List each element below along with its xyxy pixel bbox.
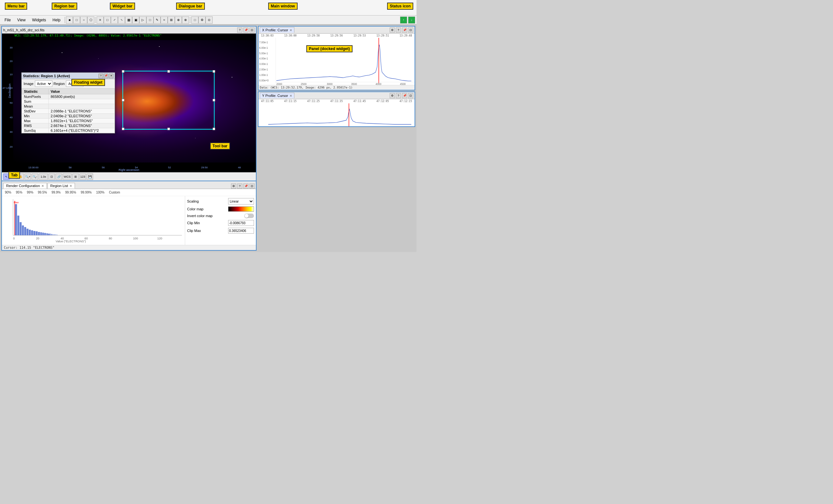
pct-custom[interactable]: Custom (108, 190, 121, 194)
widget-cursor2[interactable]: ⤡ (118, 17, 125, 24)
handle-ml[interactable] (122, 99, 124, 101)
image-pin-btn[interactable]: 📌 (243, 27, 248, 33)
tool-grid[interactable]: ⊞ (72, 173, 79, 180)
pct-99[interactable]: 99% (26, 190, 34, 194)
x-profile-gear[interactable]: ⚙ (390, 27, 395, 33)
menu-help[interactable]: Help (49, 17, 64, 23)
tabs-list: Render Configuration ✕ Region List ✕ (3, 183, 76, 189)
colormap-row: Color map (187, 207, 254, 212)
x-profile-close[interactable]: ✕ (289, 28, 292, 32)
tool-wcs[interactable]: WCS (63, 173, 72, 180)
y-profile-pin[interactable]: 📌 (402, 93, 407, 98)
svg-rect-34 (259, 38, 414, 85)
dlg-btn1[interactable]: □ (191, 17, 198, 24)
handle-mr[interactable] (213, 99, 215, 101)
handle-br[interactable] (213, 128, 215, 130)
pct-90[interactable]: 90% (4, 190, 12, 194)
y-profile-tab[interactable]: Y Profile: Cursor ✕ (260, 93, 294, 98)
widget-table[interactable]: ▦ (125, 17, 132, 24)
status-icon-down[interactable]: ↓ (408, 17, 415, 24)
y-profile-titlebar: Y Profile: Cursor ✕ ⚙ ? 📌 ⊡ (259, 92, 414, 99)
tool-save[interactable]: 💾 (87, 173, 93, 180)
invert-label: Invert color map (187, 214, 213, 218)
yt-4: 47:11:45 (354, 100, 366, 103)
bottom-pop[interactable]: ⊡ (249, 184, 255, 189)
x-profile-tab[interactable]: X Profile: Cursor ✕ (260, 27, 294, 33)
widget-cross[interactable]: ⊗ (182, 17, 189, 24)
tool-zoom-1x[interactable]: 1.0x (39, 173, 48, 180)
y-profile-help[interactable]: ? (396, 93, 401, 98)
stats-pin[interactable]: 📌 (104, 74, 108, 78)
tab-region-close[interactable]: ✕ (69, 184, 72, 188)
widget-cog[interactable]: ⊕ (175, 17, 182, 24)
menu-widgets[interactable]: Widgets (29, 17, 49, 23)
tool-zoom-in[interactable]: 🔍+ (25, 173, 31, 180)
widget-play[interactable]: ▷ (139, 17, 146, 24)
main-content: Menu bar Region bar Widget bar Dialogue … (0, 0, 416, 252)
handle-tr[interactable] (213, 70, 215, 73)
stats-close[interactable]: ✕ (109, 74, 113, 78)
y-profile-gear[interactable]: ⚙ (390, 93, 395, 98)
pct-100[interactable]: 100% (95, 190, 106, 194)
bottom-pin[interactable]: 📌 (243, 184, 248, 189)
x-profile-tab-label: X Profile: Cursor (262, 28, 288, 32)
widget-cursor[interactable]: ⤢ (111, 17, 118, 24)
svg-text:4500: 4500 (400, 82, 406, 85)
image-pop-btn[interactable]: ⊡ (249, 27, 255, 33)
region-rect[interactable]: □ (73, 17, 80, 24)
y-axis-label: Declination (8, 83, 11, 98)
scaling-select[interactable]: Linear (228, 198, 254, 205)
x-profile-help[interactable]: ? (396, 27, 401, 33)
pct-9995[interactable]: 99.95% (64, 190, 77, 194)
x-profile-pop[interactable]: ⊡ (408, 27, 413, 33)
pct-995[interactable]: 99.5% (37, 190, 48, 194)
stats-image-select[interactable]: Active (35, 80, 52, 87)
widget-list[interactable]: ≡ (97, 17, 104, 24)
clip-max-input[interactable] (228, 228, 254, 234)
dlg-btn2[interactable]: ⚙ (198, 17, 206, 24)
region-polygon[interactable]: ⬠ (87, 17, 94, 24)
region-filled-rect[interactable]: ■ (66, 17, 73, 24)
stats-cell-name: Min (22, 114, 49, 119)
tool-zoom-fit[interactable]: ⊡ (48, 173, 55, 180)
x-profile-pin[interactable]: 📌 (402, 27, 407, 33)
handle-bl[interactable] (122, 128, 124, 130)
status-icon-up[interactable]: ↑ (400, 17, 407, 24)
selection-region[interactable] (122, 71, 215, 129)
tab-render-close[interactable]: ✕ (41, 184, 44, 188)
x-profile-chart-area: 7.00e-1 6.00e-1 5.00e-1 4.00e-1 3.00e-1 … (259, 38, 414, 85)
menu-file[interactable]: File (1, 17, 14, 23)
colormap-preview[interactable] (228, 207, 254, 212)
bottom-help2[interactable]: ? (237, 184, 242, 189)
tool-numbers[interactable]: 123 (79, 173, 86, 180)
tool-zoom-out[interactable]: 🔍- (32, 173, 38, 180)
invert-toggle[interactable] (244, 214, 254, 218)
image-help-btn[interactable]: ? (237, 27, 242, 33)
y-profile-close[interactable]: ✕ (289, 94, 292, 98)
pct-9999[interactable]: 99.99% (80, 190, 93, 194)
tab-render[interactable]: Render Configuration ✕ (3, 183, 47, 189)
stats-help[interactable]: ? (99, 74, 103, 78)
widget-edit[interactable]: ✎ (153, 17, 161, 24)
image-container: WCS: (13:29:52.179, 47:11:49.71); Image:… (2, 33, 256, 172)
dlg-btn3[interactable]: ⊙ (206, 17, 213, 24)
menu-view[interactable]: View (14, 17, 29, 23)
pct-999[interactable]: 99.9% (50, 190, 62, 194)
handle-tl[interactable] (122, 70, 124, 73)
widget-plus[interactable]: ⊞ (168, 17, 175, 24)
handle-bm[interactable] (167, 128, 170, 130)
region-ellipse[interactable]: ○ (80, 17, 87, 24)
widget-wave[interactable]: ≈ (161, 17, 168, 24)
stats-table: Statistic Value NumPixels 865800 pixel(s… (22, 89, 115, 133)
pct-95[interactable]: 95% (15, 190, 23, 194)
clip-min-input[interactable] (228, 220, 254, 226)
y-profile-pop[interactable]: ⊡ (408, 93, 413, 98)
tab-region-list[interactable]: Region List ✕ (47, 183, 75, 189)
svg-rect-11 (33, 231, 35, 235)
widget-box[interactable]: □ (146, 17, 153, 24)
widget-image[interactable]: □ (104, 17, 111, 24)
tool-link[interactable]: 🔗 (55, 173, 62, 180)
handle-tm[interactable] (167, 70, 170, 73)
widget-chart[interactable]: ▣ (132, 17, 139, 24)
bottom-help[interactable]: ⚙ (231, 184, 236, 189)
